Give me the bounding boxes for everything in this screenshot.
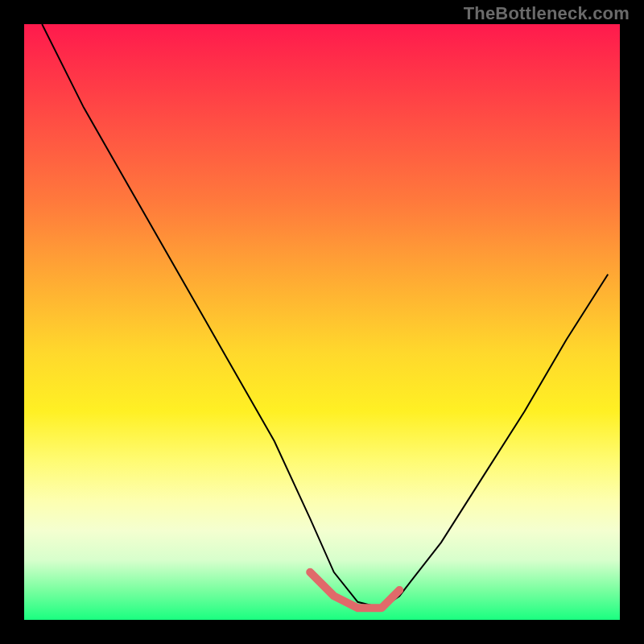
chart-overlay: [24, 24, 620, 620]
plot-area: [24, 24, 620, 620]
watermark-label: TheBottleneck.com: [464, 3, 630, 24]
optimal-range-highlight: [310, 572, 399, 608]
chart-frame: TheBottleneck.com: [0, 0, 644, 644]
bottleneck-curve: [42, 24, 608, 608]
